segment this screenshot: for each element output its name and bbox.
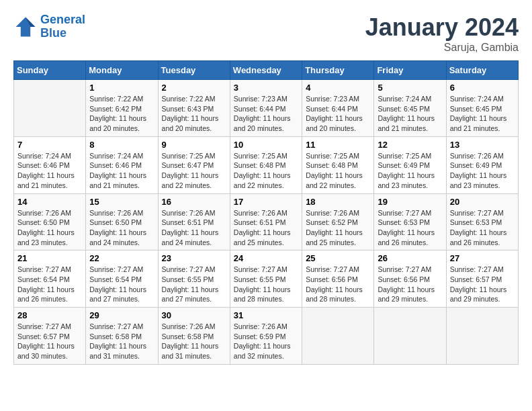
- day-number: 30: [162, 310, 226, 320]
- calendar-cell: 4Sunrise: 7:23 AM Sunset: 6:44 PM Daylig…: [302, 80, 374, 137]
- day-info: Sunrise: 7:27 AM Sunset: 6:53 PM Dayligh…: [450, 208, 515, 248]
- day-info: Sunrise: 7:27 AM Sunset: 6:58 PM Dayligh…: [89, 322, 154, 361]
- calendar-cell: 27Sunrise: 7:27 AM Sunset: 6:57 PM Dayli…: [446, 250, 518, 308]
- day-info: Sunrise: 7:26 AM Sunset: 6:50 PM Dayligh…: [89, 208, 154, 248]
- day-info: Sunrise: 7:27 AM Sunset: 6:56 PM Dayligh…: [306, 265, 370, 304]
- day-number: 14: [17, 197, 82, 207]
- calendar-cell: [374, 308, 446, 365]
- calendar-cell: 1Sunrise: 7:22 AM Sunset: 6:42 PM Daylig…: [86, 80, 158, 137]
- logo: General Blue: [13, 13, 85, 40]
- weekday-header-saturday: Saturday: [446, 61, 518, 80]
- weekday-header-sunday: Sunday: [14, 61, 86, 80]
- calendar-cell: 31Sunrise: 7:26 AM Sunset: 6:59 PM Dayli…: [230, 308, 302, 365]
- calendar-cell: 15Sunrise: 7:26 AM Sunset: 6:50 PM Dayli…: [86, 193, 158, 250]
- day-info: Sunrise: 7:27 AM Sunset: 6:57 PM Dayligh…: [450, 265, 515, 304]
- day-number: 5: [378, 83, 442, 93]
- calendar-cell: 20Sunrise: 7:27 AM Sunset: 6:53 PM Dayli…: [446, 193, 518, 250]
- day-info: Sunrise: 7:23 AM Sunset: 6:44 PM Dayligh…: [234, 94, 298, 134]
- day-number: 12: [378, 140, 442, 150]
- day-number: 7: [17, 140, 82, 150]
- calendar-cell: 7Sunrise: 7:24 AM Sunset: 6:46 PM Daylig…: [14, 136, 86, 193]
- day-info: Sunrise: 7:26 AM Sunset: 6:50 PM Dayligh…: [17, 208, 82, 248]
- day-number: 17: [234, 197, 298, 207]
- day-number: 23: [162, 253, 226, 263]
- calendar-title: January 2024: [365, 13, 519, 42]
- page-header: General Blue January 2024 Saruja, Gambia: [13, 13, 519, 54]
- logo-text: General Blue: [40, 13, 85, 40]
- day-number: 26: [378, 253, 442, 263]
- day-info: Sunrise: 7:27 AM Sunset: 6:55 PM Dayligh…: [234, 265, 298, 304]
- calendar-cell: 30Sunrise: 7:26 AM Sunset: 6:58 PM Dayli…: [158, 308, 230, 365]
- day-number: 25: [306, 253, 370, 263]
- calendar-cell: 25Sunrise: 7:27 AM Sunset: 6:56 PM Dayli…: [302, 250, 374, 308]
- day-number: 16: [162, 197, 226, 207]
- day-info: Sunrise: 7:26 AM Sunset: 6:52 PM Dayligh…: [306, 208, 370, 248]
- day-number: 1: [89, 83, 154, 93]
- day-info: Sunrise: 7:26 AM Sunset: 6:51 PM Dayligh…: [234, 208, 298, 248]
- day-number: 3: [234, 83, 298, 93]
- day-info: Sunrise: 7:25 AM Sunset: 6:47 PM Dayligh…: [162, 151, 226, 191]
- calendar-cell: 10Sunrise: 7:25 AM Sunset: 6:48 PM Dayli…: [230, 136, 302, 193]
- weekday-header-tuesday: Tuesday: [158, 61, 230, 80]
- calendar-cell: 17Sunrise: 7:26 AM Sunset: 6:51 PM Dayli…: [230, 193, 302, 250]
- calendar-cell: [446, 308, 518, 365]
- day-number: 13: [450, 140, 515, 150]
- calendar-subtitle: Saruja, Gambia: [365, 42, 519, 54]
- day-info: Sunrise: 7:27 AM Sunset: 6:54 PM Dayligh…: [89, 265, 154, 304]
- day-number: 27: [450, 253, 515, 263]
- calendar-table: SundayMondayTuesdayWednesdayThursdayFrid…: [13, 60, 519, 365]
- calendar-cell: 29Sunrise: 7:27 AM Sunset: 6:58 PM Dayli…: [86, 308, 158, 365]
- day-number: 21: [17, 253, 82, 263]
- day-number: 11: [306, 140, 370, 150]
- day-info: Sunrise: 7:22 AM Sunset: 6:42 PM Dayligh…: [89, 94, 154, 134]
- calendar-cell: 19Sunrise: 7:27 AM Sunset: 6:53 PM Dayli…: [374, 193, 446, 250]
- day-number: 18: [306, 197, 370, 207]
- calendar-cell: 22Sunrise: 7:27 AM Sunset: 6:54 PM Dayli…: [86, 250, 158, 308]
- day-info: Sunrise: 7:27 AM Sunset: 6:54 PM Dayligh…: [17, 265, 82, 304]
- day-info: Sunrise: 7:26 AM Sunset: 6:49 PM Dayligh…: [450, 151, 515, 191]
- calendar-cell: 6Sunrise: 7:24 AM Sunset: 6:45 PM Daylig…: [446, 80, 518, 137]
- day-number: 2: [162, 83, 226, 93]
- calendar-cell: 3Sunrise: 7:23 AM Sunset: 6:44 PM Daylig…: [230, 80, 302, 137]
- logo-icon: [13, 15, 38, 39]
- day-info: Sunrise: 7:22 AM Sunset: 6:43 PM Dayligh…: [162, 94, 226, 134]
- calendar-cell: 8Sunrise: 7:24 AM Sunset: 6:46 PM Daylig…: [86, 136, 158, 193]
- day-info: Sunrise: 7:23 AM Sunset: 6:44 PM Dayligh…: [306, 94, 370, 134]
- calendar-cell: 18Sunrise: 7:26 AM Sunset: 6:52 PM Dayli…: [302, 193, 374, 250]
- calendar-week-row: 7Sunrise: 7:24 AM Sunset: 6:46 PM Daylig…: [14, 136, 519, 193]
- calendar-cell: 13Sunrise: 7:26 AM Sunset: 6:49 PM Dayli…: [446, 136, 518, 193]
- day-number: 22: [89, 253, 154, 263]
- calendar-week-row: 14Sunrise: 7:26 AM Sunset: 6:50 PM Dayli…: [14, 193, 519, 250]
- calendar-week-row: 21Sunrise: 7:27 AM Sunset: 6:54 PM Dayli…: [14, 250, 519, 308]
- calendar-cell: 26Sunrise: 7:27 AM Sunset: 6:56 PM Dayli…: [374, 250, 446, 308]
- day-number: 9: [162, 140, 226, 150]
- weekday-header-friday: Friday: [374, 61, 446, 80]
- weekday-header-wednesday: Wednesday: [230, 61, 302, 80]
- day-number: 15: [89, 197, 154, 207]
- calendar-cell: 24Sunrise: 7:27 AM Sunset: 6:55 PM Dayli…: [230, 250, 302, 308]
- day-info: Sunrise: 7:26 AM Sunset: 6:58 PM Dayligh…: [162, 322, 226, 361]
- day-info: Sunrise: 7:26 AM Sunset: 6:59 PM Dayligh…: [234, 322, 298, 361]
- weekday-header-thursday: Thursday: [302, 61, 374, 80]
- weekday-header-row: SundayMondayTuesdayWednesdayThursdayFrid…: [14, 61, 519, 80]
- day-number: 24: [234, 253, 298, 263]
- day-info: Sunrise: 7:27 AM Sunset: 6:56 PM Dayligh…: [378, 265, 442, 304]
- day-info: Sunrise: 7:24 AM Sunset: 6:46 PM Dayligh…: [17, 151, 82, 191]
- day-info: Sunrise: 7:25 AM Sunset: 6:48 PM Dayligh…: [234, 151, 298, 191]
- day-number: 6: [450, 83, 515, 93]
- calendar-cell: 14Sunrise: 7:26 AM Sunset: 6:50 PM Dayli…: [14, 193, 86, 250]
- day-number: 4: [306, 83, 370, 93]
- calendar-cell: 28Sunrise: 7:27 AM Sunset: 6:57 PM Dayli…: [14, 308, 86, 365]
- day-number: 8: [89, 140, 154, 150]
- calendar-cell: 5Sunrise: 7:24 AM Sunset: 6:45 PM Daylig…: [374, 80, 446, 137]
- day-info: Sunrise: 7:25 AM Sunset: 6:48 PM Dayligh…: [306, 151, 370, 191]
- day-info: Sunrise: 7:27 AM Sunset: 6:53 PM Dayligh…: [378, 208, 442, 248]
- day-info: Sunrise: 7:24 AM Sunset: 6:46 PM Dayligh…: [89, 151, 154, 191]
- calendar-cell: 16Sunrise: 7:26 AM Sunset: 6:51 PM Dayli…: [158, 193, 230, 250]
- day-info: Sunrise: 7:27 AM Sunset: 6:55 PM Dayligh…: [162, 265, 226, 304]
- day-info: Sunrise: 7:24 AM Sunset: 6:45 PM Dayligh…: [378, 94, 442, 134]
- title-block: January 2024 Saruja, Gambia: [365, 13, 519, 54]
- day-number: 10: [234, 140, 298, 150]
- day-number: 28: [17, 310, 82, 320]
- day-info: Sunrise: 7:26 AM Sunset: 6:51 PM Dayligh…: [162, 208, 226, 248]
